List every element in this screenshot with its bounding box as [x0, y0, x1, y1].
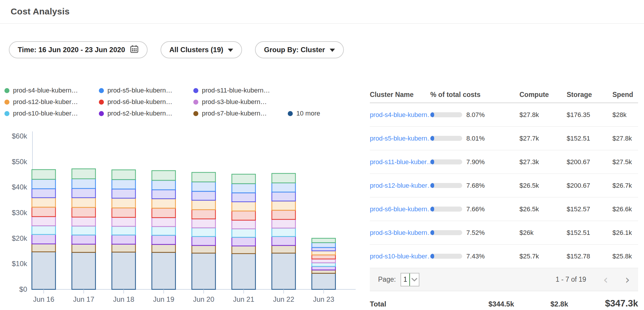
legend-item[interactable]: prod-s6-blue-kubern… — [99, 98, 193, 106]
percent-bar-fill — [430, 254, 434, 259]
legend-item[interactable]: prod-s10-blue-kuber… — [4, 110, 99, 117]
compute-value: $27.7k — [519, 135, 567, 142]
bar-segment — [312, 248, 336, 251]
cluster-name-link[interactable]: prod-s4-blue-kubern… — [370, 111, 430, 119]
legend-color-dot-icon — [99, 111, 104, 116]
bar-segment — [272, 183, 295, 192]
pagination-range: 1 - 7 of 19 — [555, 276, 586, 283]
total-label: Total — [370, 300, 488, 308]
bar-segment — [192, 182, 215, 191]
legend-item[interactable]: prod-s4-blue-kubern… — [4, 87, 99, 94]
cluster-name-link[interactable]: prod-s11-blue-kuber… — [370, 158, 430, 166]
page-title: Cost Analysis — [11, 6, 633, 17]
bar-segment — [192, 228, 215, 236]
pagination-bar: Page: 1 1 - 7 of 19 ‹ › — [370, 268, 638, 291]
table-row: prod-s4-blue-kubern…8.07%$27.8k$176.35$2… — [370, 103, 638, 127]
legend-row: prod-s12-blue-kuber…prod-s6-blue-kubern…… — [4, 98, 367, 106]
y-axis-tick-label: $50k — [12, 158, 27, 166]
chevron-down-icon — [228, 49, 233, 52]
x-axis-tick-label: Jun 20 — [193, 295, 214, 303]
x-axis-tick-label: Jun 19 — [153, 295, 174, 303]
time-range-label: Time: 16 Jun 2020 - 23 Jun 2020 — [18, 46, 125, 54]
page-header: Cost Analysis — [0, 0, 644, 24]
legend-item[interactable]: prod-s12-blue-kuber… — [4, 98, 99, 106]
bar-segment — [32, 217, 55, 226]
calendar-icon — [130, 44, 139, 55]
legend-color-dot-icon — [99, 88, 104, 93]
bar-segment — [272, 237, 295, 245]
column-header: % of total costs — [430, 91, 519, 99]
compute-value: $26.5k — [519, 182, 567, 189]
next-page-button[interactable]: › — [625, 274, 630, 286]
bar-segment — [192, 191, 215, 200]
bar-segment — [112, 217, 135, 226]
table-header-row: Cluster Name% of total costsComputeStora… — [370, 87, 638, 103]
bar-segment — [112, 208, 135, 217]
clusters-filter-dropdown[interactable]: All Clusters (19) — [161, 41, 242, 58]
legend-item-label: prod-s4-blue-kubern… — [13, 87, 78, 94]
cluster-name-link[interactable]: prod-s6-blue-kubern… — [370, 205, 430, 213]
previous-page-button[interactable]: ‹ — [603, 274, 608, 286]
cluster-name-link[interactable]: prod-s5-blue-kubern… — [370, 135, 430, 142]
group-by-dropdown[interactable]: Group By: Cluster — [255, 41, 344, 58]
x-axis-tick-label: Jun 17 — [73, 295, 94, 303]
filter-bar: Time: 16 Jun 2020 - 23 Jun 2020 All Clus… — [9, 41, 644, 58]
percent-value: 7.90% — [466, 158, 485, 166]
bar-segment — [272, 220, 295, 228]
y-axis-tick-label: $0 — [19, 285, 27, 293]
legend-item[interactable]: 10 more — [288, 110, 320, 117]
percent-bar-track — [430, 254, 462, 259]
bar-segment — [72, 198, 96, 207]
cluster-name-link[interactable]: prod-s12-blue-kuber… — [370, 182, 430, 189]
bar-segment — [152, 252, 176, 289]
column-header: Storage — [567, 91, 612, 99]
bar-segment — [32, 179, 55, 189]
legend-item-label: 10 more — [296, 110, 320, 117]
bar-segment — [312, 251, 336, 255]
bar-segment — [192, 237, 215, 245]
bar-segment — [112, 252, 135, 289]
legend-item[interactable]: prod-s5-blue-kubern… — [99, 87, 193, 94]
bar-segment — [232, 211, 256, 220]
cluster-name-link[interactable]: prod-s3-blue-kubern… — [370, 229, 430, 237]
spend-value: $25.8k — [612, 253, 638, 260]
legend-color-dot-icon — [193, 88, 198, 93]
bar-segment — [112, 179, 135, 189]
legend-color-dot-icon — [4, 88, 9, 93]
table-row: prod-s6-blue-kubern…7.66%$26.5k$152.57$2… — [370, 197, 638, 221]
y-axis-tick-label: $20k — [12, 234, 27, 242]
page-select-value: 1 — [401, 273, 410, 286]
legend-item[interactable]: prod-s7-blue-kubern… — [193, 110, 288, 117]
bar-segment — [72, 217, 96, 226]
table-row: prod-s5-blue-kubern…8.01%$27.7k$152.51$2… — [370, 127, 638, 150]
bar-segment — [272, 245, 295, 253]
percent-bar-fill — [430, 159, 434, 164]
bar-segment — [312, 255, 336, 259]
total-compute: $344.5k — [488, 300, 550, 308]
percent-bar-fill — [430, 207, 434, 212]
legend-color-dot-icon — [193, 111, 198, 116]
bar-segment — [112, 170, 135, 179]
bar-segment — [72, 226, 96, 235]
bar-segment — [32, 189, 55, 198]
bar-segment — [192, 200, 215, 210]
legend-item[interactable]: prod-s11-blue-kubern… — [193, 87, 288, 94]
legend-item[interactable]: prod-s3-blue-kubern… — [193, 98, 288, 106]
bar-segment — [232, 254, 256, 289]
spend-value: $26.1k — [612, 229, 638, 237]
total-spend: $347.3k — [605, 298, 638, 309]
legend-item-label: prod-s12-blue-kuber… — [13, 98, 78, 106]
bar-segment — [112, 244, 135, 252]
stacked-bar-chart: $0$10k$20k$30k$40k$50k$60kJun 16Jun 17Ju… — [0, 121, 367, 310]
bar-segment — [272, 210, 295, 219]
column-header: Compute — [519, 91, 567, 99]
percent-cell: 8.07% — [430, 111, 519, 119]
legend-item[interactable]: prod-s2-blue-kubern… — [99, 110, 193, 117]
time-range-filter-button[interactable]: Time: 16 Jun 2020 - 23 Jun 2020 — [9, 41, 148, 58]
bar-segment — [232, 184, 256, 193]
bar-segment — [32, 235, 55, 244]
bar-segment — [312, 238, 336, 243]
bar-segment — [152, 171, 176, 180]
cluster-name-link[interactable]: prod-s10-blue-kuber… — [370, 253, 430, 260]
page-select[interactable]: 1 — [401, 273, 419, 286]
